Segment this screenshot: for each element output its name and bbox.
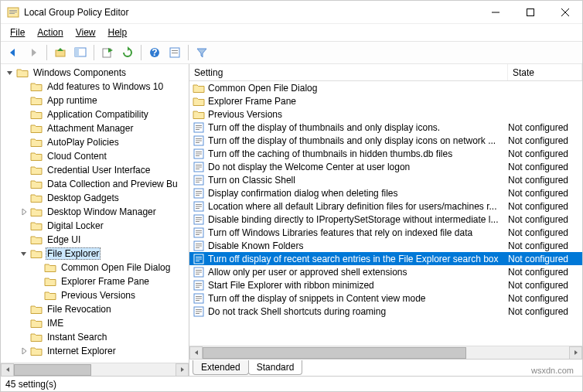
tree-item[interactable]: Cloud Content bbox=[1, 149, 189, 163]
list-row[interactable]: Allow only per user or approved shell ex… bbox=[189, 265, 582, 278]
tree-item[interactable]: Internet Explorer bbox=[1, 344, 189, 358]
tree-item[interactable]: Data Collection and Preview Bu bbox=[1, 177, 189, 191]
tree-item[interactable]: Explorer Frame Pane bbox=[1, 274, 189, 288]
svg-rect-51 bbox=[196, 232, 202, 233]
tree-item[interactable]: Previous Versions bbox=[1, 288, 189, 302]
list-row[interactable]: Turn off Windows Libraries features that… bbox=[189, 226, 582, 239]
expander-icon[interactable] bbox=[19, 305, 29, 314]
minimize-button[interactable] bbox=[478, 1, 513, 23]
expander-icon[interactable] bbox=[19, 319, 29, 328]
expander-icon[interactable] bbox=[19, 152, 29, 161]
list-row[interactable]: Do not display the Welcome Center at use… bbox=[189, 160, 582, 173]
tree-item[interactable]: Add features to Windows 10 bbox=[1, 80, 189, 94]
column-state[interactable]: State bbox=[508, 64, 582, 80]
menu-help[interactable]: Help bbox=[102, 26, 134, 39]
forward-button[interactable] bbox=[24, 43, 43, 62]
expander-icon[interactable] bbox=[5, 68, 15, 77]
expander-icon[interactable] bbox=[19, 235, 29, 244]
list-row[interactable]: Display confirmation dialog when deletin… bbox=[189, 186, 582, 199]
list-row[interactable]: Disable binding directly to IPropertySet… bbox=[189, 213, 582, 226]
tree-item[interactable]: Common Open File Dialog bbox=[1, 261, 189, 274]
tree-item[interactable]: File Explorer bbox=[1, 247, 189, 261]
folder-icon bbox=[30, 346, 43, 356]
svg-rect-27 bbox=[196, 153, 202, 154]
menu-view[interactable]: View bbox=[70, 26, 102, 39]
tree-item[interactable]: Application Compatibility bbox=[1, 107, 189, 121]
list-row[interactable]: Turn off the display of snippets in Cont… bbox=[189, 291, 582, 305]
svg-rect-1 bbox=[9, 10, 17, 11]
refresh-button[interactable] bbox=[118, 43, 137, 62]
list-row[interactable]: Location where all default Library defin… bbox=[189, 199, 582, 213]
expander-icon[interactable] bbox=[19, 138, 29, 147]
expander-icon[interactable] bbox=[19, 332, 29, 342]
expander-icon[interactable] bbox=[19, 207, 29, 216]
tab-extended[interactable]: Extended bbox=[193, 360, 249, 375]
expander-icon[interactable] bbox=[19, 221, 29, 230]
tree[interactable]: Windows ComponentsAdd features to Window… bbox=[1, 64, 189, 363]
expander-icon[interactable] bbox=[33, 263, 43, 272]
tree-item[interactable]: Instant Search bbox=[1, 330, 189, 344]
tree-item[interactable]: Desktop Gadgets bbox=[1, 191, 189, 205]
list-horizontal-scrollbar[interactable] bbox=[189, 346, 582, 359]
list-row[interactable]: Explorer Frame Pane bbox=[189, 94, 582, 107]
list-row[interactable]: Start File Explorer with ribbon minimize… bbox=[189, 278, 582, 291]
back-button[interactable] bbox=[4, 43, 22, 62]
tree-item[interactable]: IME bbox=[1, 316, 189, 330]
expander-icon[interactable] bbox=[19, 179, 29, 189]
expander-icon[interactable] bbox=[19, 193, 29, 203]
list-row[interactable]: Previous Versions bbox=[189, 107, 582, 121]
tree-item[interactable]: Attachment Manager bbox=[1, 121, 189, 135]
expander-icon[interactable] bbox=[33, 277, 43, 286]
menu-action[interactable]: Action bbox=[31, 26, 69, 39]
close-button[interactable] bbox=[547, 1, 582, 23]
tree-item[interactable]: AutoPlay Policies bbox=[1, 135, 189, 149]
scroll-left-icon[interactable] bbox=[189, 346, 203, 360]
list-row[interactable]: Disable Known FoldersNot configured bbox=[189, 239, 582, 252]
show-hide-tree-button[interactable] bbox=[71, 43, 90, 62]
svg-rect-58 bbox=[196, 257, 202, 257]
filter-button[interactable] bbox=[193, 43, 211, 62]
list-header: Setting State bbox=[189, 64, 582, 81]
list-row[interactable]: Do not track Shell shortcuts during roam… bbox=[189, 305, 582, 318]
tree-item[interactable]: Credential User Interface bbox=[1, 163, 189, 177]
scroll-right-icon[interactable] bbox=[569, 346, 582, 360]
list-row[interactable]: Turn off the display of thumbnails and o… bbox=[189, 134, 582, 147]
help-button[interactable]: ? bbox=[145, 43, 164, 62]
settings-list[interactable]: Common Open File DialogExplorer Frame Pa… bbox=[189, 81, 582, 346]
tree-item[interactable]: Digital Locker bbox=[1, 219, 189, 233]
expander-icon[interactable] bbox=[19, 249, 29, 258]
maximize-button[interactable] bbox=[513, 1, 547, 23]
expander-icon[interactable] bbox=[19, 110, 29, 119]
expander-icon[interactable] bbox=[19, 96, 29, 105]
svg-rect-44 bbox=[196, 208, 199, 209]
expander-icon[interactable] bbox=[33, 291, 43, 300]
list-row[interactable]: Turn off the display of thumbnails and o… bbox=[189, 121, 582, 134]
tab-standard[interactable]: Standard bbox=[248, 360, 303, 375]
expander-icon[interactable] bbox=[19, 165, 29, 175]
tree-item[interactable]: File Revocation bbox=[1, 302, 189, 316]
list-row[interactable]: Turn off display of recent search entrie… bbox=[189, 252, 582, 265]
list-row[interactable]: Turn on Classic ShellNot configured bbox=[189, 173, 582, 186]
list-row[interactable]: Common Open File Dialog bbox=[189, 81, 582, 94]
column-setting[interactable]: Setting bbox=[189, 64, 508, 80]
scroll-right-icon[interactable] bbox=[176, 363, 189, 377]
expander-icon[interactable] bbox=[19, 124, 29, 133]
export-button[interactable] bbox=[98, 43, 117, 62]
properties-button[interactable] bbox=[165, 43, 184, 62]
up-button[interactable] bbox=[51, 43, 70, 62]
tree-item[interactable]: Edge UI bbox=[1, 233, 189, 247]
expander-icon[interactable] bbox=[19, 346, 29, 356]
scroll-left-icon[interactable] bbox=[1, 363, 14, 377]
tree-item[interactable]: App runtime bbox=[1, 94, 189, 107]
row-text: Display confirmation dialog when deletin… bbox=[208, 188, 508, 199]
tree-item[interactable]: Windows Components bbox=[1, 66, 189, 80]
expander-icon[interactable] bbox=[19, 82, 29, 91]
row-state: Not configured bbox=[508, 175, 582, 186]
tree-horizontal-scrollbar[interactable] bbox=[1, 363, 189, 376]
menu-file[interactable]: File bbox=[4, 26, 31, 39]
list-row[interactable]: Turn off the caching of thumbnails in hi… bbox=[189, 147, 582, 160]
svg-rect-3 bbox=[9, 13, 15, 14]
content-area: Windows ComponentsAdd features to Window… bbox=[1, 64, 582, 376]
folder-icon bbox=[193, 108, 205, 121]
tree-item[interactable]: Desktop Window Manager bbox=[1, 205, 189, 219]
